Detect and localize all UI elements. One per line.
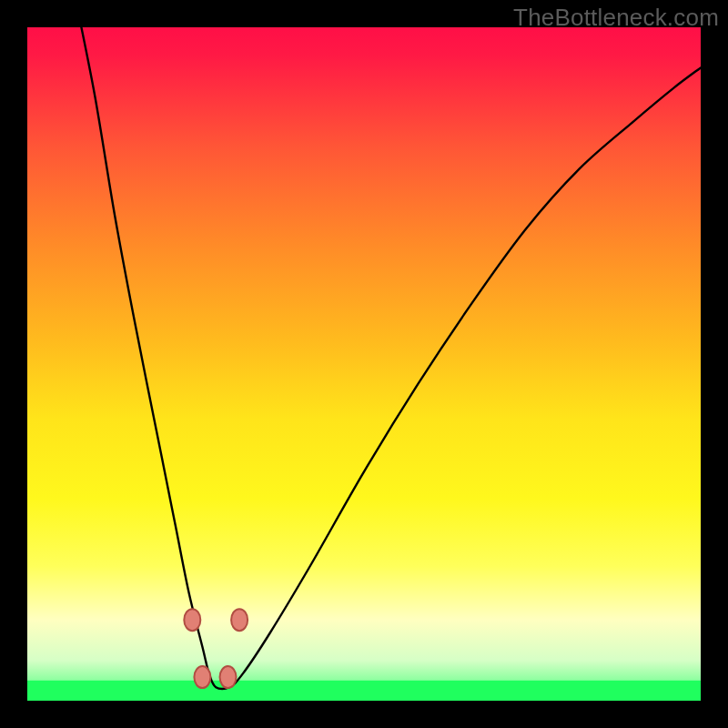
gradient-rect bbox=[27, 27, 701, 701]
marker-dot bbox=[184, 609, 200, 631]
marker-dot bbox=[220, 666, 237, 688]
green-band bbox=[27, 681, 701, 701]
chart-stage: TheBottleneck.com bbox=[0, 0, 728, 728]
marker-dot bbox=[231, 609, 248, 631]
plot-area bbox=[27, 27, 701, 701]
marker-dot bbox=[194, 666, 210, 688]
chart-svg bbox=[27, 27, 701, 701]
